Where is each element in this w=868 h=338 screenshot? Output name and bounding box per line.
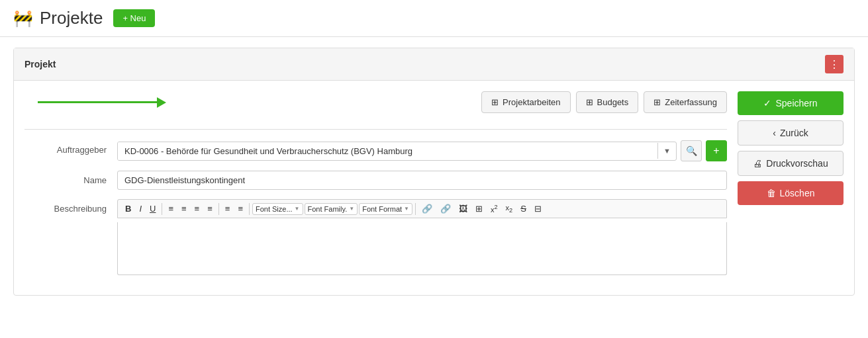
arrow-line-body — [38, 101, 157, 103]
auftraggeber-input-wrapper: ▼ — [117, 142, 677, 161]
font-family-caret: ▼ — [349, 206, 354, 212]
projekt-card: Projekt ⋮ ⊞ Projektarbeiten — [13, 48, 855, 296]
link-button[interactable]: 🔗 — [418, 202, 436, 215]
name-control — [117, 171, 727, 190]
font-size-caret: ▼ — [295, 206, 300, 212]
toolbar-sep-3 — [249, 203, 250, 215]
card-header: Projekt ⋮ — [14, 48, 854, 81]
auftraggeber-search-button[interactable]: 🔍 — [681, 140, 702, 161]
zeiterfassung-button[interactable]: ⊞ Zeiterfassung — [644, 91, 727, 113]
print-button[interactable]: 🖨 Druckvorschau — [738, 151, 844, 176]
nav-buttons-row: ⊞ Projektarbeiten ⊞ Budgets ⊞ Zeiterfass… — [24, 91, 727, 113]
strikethrough-button[interactable]: S — [517, 202, 530, 215]
align-right-button[interactable]: ≡ — [191, 202, 203, 215]
budgets-button[interactable]: ⊞ Budgets — [576, 91, 639, 113]
italic-button[interactable]: I — [136, 202, 145, 215]
delete-label: Löschen — [780, 188, 815, 198]
arrow-head — [157, 97, 166, 108]
zeiterfassung-icon: ⊞ — [653, 97, 661, 107]
save-button[interactable]: ✓ Speichern — [738, 91, 844, 115]
budgets-icon: ⊞ — [586, 97, 593, 107]
back-button[interactable]: ‹ Zurück — [738, 120, 844, 146]
auftraggeber-input[interactable] — [118, 142, 657, 160]
card-title: Projekt — [24, 59, 56, 69]
auftraggeber-control: ▼ 🔍 + — [117, 140, 727, 161]
print-label: Druckvorschau — [766, 158, 828, 169]
beschreibung-label: Beschreibung — [24, 199, 117, 214]
font-format-label: Font Format — [362, 205, 402, 213]
underline-button[interactable]: U — [146, 202, 159, 215]
save-label: Speichern — [775, 98, 817, 108]
form-divider — [24, 129, 727, 130]
budgets-label: Budgets — [597, 97, 629, 107]
toolbar-sep-2 — [218, 203, 219, 215]
font-family-label: Font Family. — [308, 205, 348, 213]
font-size-label: Font Size... — [256, 205, 293, 213]
list-ordered-button[interactable]: ≡ — [222, 202, 234, 215]
print-icon: 🖨 — [753, 158, 762, 169]
font-format-caret: ▼ — [404, 206, 409, 212]
font-family-dropdown[interactable]: Font Family. ▼ — [305, 203, 358, 215]
form-area: ⊞ Projektarbeiten ⊞ Budgets ⊞ Zeiterfass… — [24, 91, 727, 284]
beschreibung-row: Beschreibung B I U ≡ ≡ ≡ ≡ — [24, 199, 727, 275]
toolbar-sep-1 — [162, 203, 162, 215]
page-title: 🚧 Projekte — [13, 8, 103, 28]
name-row: Name — [24, 171, 727, 190]
projektarbeiten-button[interactable]: ⊞ Projektarbeiten — [481, 91, 570, 113]
page-title-text: Projekte — [40, 8, 103, 28]
name-input[interactable] — [117, 171, 727, 190]
new-button[interactable]: + Neu — [113, 9, 155, 27]
delete-button[interactable]: 🗑 Löschen — [738, 181, 844, 205]
projektarbeiten-label: Projektarbeiten — [503, 97, 560, 107]
align-justify-button[interactable]: ≡ — [204, 202, 216, 215]
auftraggeber-label: Auftraggeber — [24, 140, 117, 155]
card-body: ⊞ Projektarbeiten ⊞ Budgets ⊞ Zeiterfass… — [14, 81, 854, 295]
main-content: Projekt ⋮ ⊞ Projektarbeiten — [0, 37, 868, 306]
auftraggeber-row: Auftraggeber ▼ 🔍 + — [24, 140, 727, 161]
subscript-button[interactable]: x2 — [503, 202, 516, 215]
card-menu-button[interactable]: ⋮ — [825, 55, 844, 73]
delete-icon: 🗑 — [767, 188, 776, 198]
projektarbeiten-icon: ⊞ — [491, 97, 499, 107]
sidebar-actions: ✓ Speichern ‹ Zurück 🖨 Druckvorschau 🗑 L… — [738, 91, 844, 284]
save-icon: ✓ — [763, 98, 771, 108]
top-header: 🚧 Projekte + Neu — [0, 0, 868, 37]
font-format-dropdown[interactable]: Font Format ▼ — [359, 203, 412, 215]
editor-body[interactable] — [117, 222, 727, 275]
name-label: Name — [24, 171, 117, 185]
auftraggeber-dropdown-arrow[interactable]: ▼ — [657, 143, 676, 159]
bold-button[interactable]: B — [122, 202, 134, 215]
projekte-icon: 🚧 — [13, 9, 33, 28]
back-icon: ‹ — [773, 128, 776, 138]
back-label: Zurück — [780, 128, 808, 138]
unlink-button[interactable]: 🔗 — [437, 202, 454, 215]
align-center-button[interactable]: ≡ — [178, 202, 190, 215]
table-button[interactable]: ⊞ — [472, 202, 486, 215]
align-left-button[interactable]: ≡ — [165, 202, 177, 215]
toolbar-sep-4 — [415, 203, 416, 215]
beschreibung-control: B I U ≡ ≡ ≡ ≡ ≡ ≡ — [117, 199, 727, 275]
list-unordered-button[interactable]: ≡ — [234, 202, 246, 215]
more-button[interactable]: ⊟ — [531, 202, 545, 215]
superscript-button[interactable]: x2 — [487, 202, 501, 215]
image-button[interactable]: 🖼 — [456, 202, 471, 215]
arrow-area — [24, 97, 476, 108]
arrow-indicator — [38, 97, 166, 108]
editor-toolbar: B I U ≡ ≡ ≡ ≡ ≡ ≡ — [117, 199, 727, 218]
font-size-dropdown[interactable]: Font Size... ▼ — [252, 203, 303, 215]
auftraggeber-add-button[interactable]: + — [706, 140, 727, 161]
zeiterfassung-label: Zeiterfassung — [665, 97, 717, 107]
